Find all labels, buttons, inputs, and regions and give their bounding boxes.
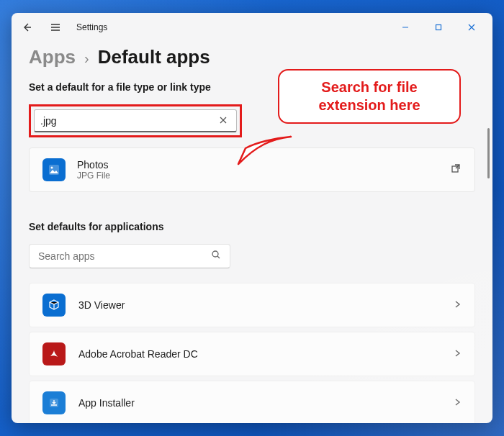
app-installer-icon xyxy=(42,391,66,414)
acrobat-icon xyxy=(42,342,66,365)
apps-search-field[interactable] xyxy=(29,244,230,268)
chevron-right-icon: › xyxy=(84,50,89,67)
result-app-name: Photos xyxy=(77,159,110,171)
settings-window: Settings Apps › Default apps Set a defau… xyxy=(12,13,492,423)
chevron-right-icon xyxy=(453,396,462,409)
clear-icon[interactable] xyxy=(216,115,230,127)
back-button[interactable] xyxy=(16,17,37,38)
breadcrumb-parent[interactable]: Apps xyxy=(29,46,76,68)
app-row-label: 3D Viewer xyxy=(78,299,125,311)
annotation-callout: Search for file extension here xyxy=(278,69,461,124)
svg-rect-0 xyxy=(436,25,441,30)
svg-point-4 xyxy=(212,251,218,257)
app-row-acrobat[interactable]: Adobe Acrobat Reader DC xyxy=(29,332,475,376)
svg-point-2 xyxy=(51,167,53,169)
3d-viewer-icon xyxy=(42,294,66,317)
breadcrumb: Apps › Default apps xyxy=(29,46,475,68)
annotation-highlight xyxy=(29,104,242,137)
result-subtitle: JPG File xyxy=(77,171,110,181)
maximize-button[interactable] xyxy=(422,16,455,39)
callout-tail xyxy=(235,135,292,171)
apps-search-input[interactable] xyxy=(38,250,211,262)
photos-app-icon xyxy=(42,158,66,181)
chevron-right-icon xyxy=(453,299,462,312)
scrollbar[interactable] xyxy=(487,128,490,178)
hamburger-menu-icon[interactable] xyxy=(45,17,66,38)
content-area: Apps › Default apps Set a default for a … xyxy=(12,42,492,423)
window-controls xyxy=(389,16,488,39)
minimize-button[interactable] xyxy=(389,16,422,39)
apps-section-label: Set defaults for applications xyxy=(29,221,475,232)
app-row-label: Adobe Acrobat Reader DC xyxy=(78,348,198,360)
page-title: Default apps xyxy=(98,46,210,68)
app-row-label: App Installer xyxy=(78,397,135,409)
window-title: Settings xyxy=(76,22,107,32)
chevron-right-icon xyxy=(453,348,462,360)
filetype-search-input[interactable] xyxy=(40,115,216,127)
close-button[interactable] xyxy=(455,16,488,39)
search-icon xyxy=(211,250,221,263)
filetype-search-field[interactable] xyxy=(34,109,237,132)
open-external-icon[interactable] xyxy=(450,163,462,177)
titlebar: Settings xyxy=(12,13,492,42)
result-info: Photos JPG File xyxy=(77,159,110,181)
app-row-3d-viewer[interactable]: 3D Viewer xyxy=(29,283,475,327)
app-list: 3D Viewer Adobe Acrobat Reader DC xyxy=(29,283,475,423)
app-row-app-installer[interactable]: App Installer xyxy=(29,381,475,423)
